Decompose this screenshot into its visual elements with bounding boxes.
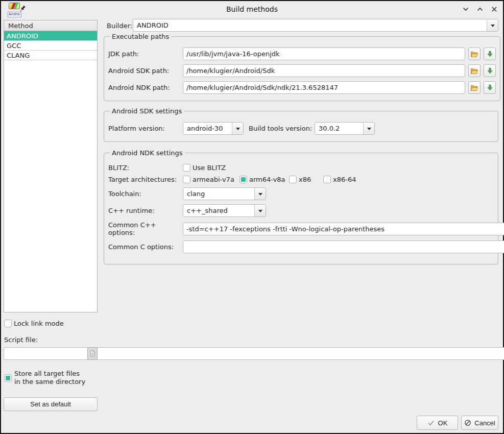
jdk-path-detect-button[interactable]: [484, 47, 496, 60]
toolchain-value: clang: [183, 190, 254, 198]
builder-value: ANDROID: [133, 21, 487, 29]
common-cpp-options-row: Common C++ options:: [108, 221, 494, 236]
toolchain-label: Toolchain:: [108, 190, 183, 198]
android-ndk-settings-group: Android NDK settings BLITZ: Use BLITZ Ta…: [104, 149, 498, 264]
android-ndk-path-detect-button[interactable]: [484, 81, 496, 94]
lock-link-mode-checkbox[interactable]: [4, 320, 12, 327]
window-controls: [461, 1, 499, 17]
lock-link-mode-label: Lock link mode: [14, 320, 64, 327]
jdk-path-input[interactable]: [183, 47, 465, 60]
platform-version-dropdown-button[interactable]: [232, 123, 243, 134]
platform-version-label: Platform version:: [108, 125, 183, 132]
method-list: Method ANDROID GCC CLANG: [4, 20, 98, 312]
use-blitz-option: Use BLITZ: [183, 164, 226, 172]
chevron-down-icon: [491, 25, 495, 29]
maximize-button[interactable]: [475, 5, 485, 14]
cpp-runtime-combobox[interactable]: c++_shared: [183, 204, 266, 217]
method-item-android[interactable]: ANDROID: [4, 31, 97, 41]
jdk-path-row: JDK path:: [108, 47, 496, 60]
platform-version-value: android-30: [183, 125, 232, 132]
chevron-down-icon: [367, 128, 371, 132]
builder-combobox[interactable]: ANDROID: [133, 19, 498, 32]
android-sdk-path-detect-button[interactable]: [484, 64, 496, 77]
method-item-gcc[interactable]: GCC: [4, 41, 97, 51]
store-target-files-checkbox[interactable]: [4, 374, 12, 382]
chevron-down-icon: [258, 193, 262, 198]
cancel-button-label: Cancel: [474, 419, 495, 427]
window-title: Build methods: [1, 1, 503, 17]
executable-paths-group: Executable paths JDK path: Android SDK p…: [104, 33, 500, 101]
store-target-files-row: Store all target files in the same direc…: [4, 370, 85, 386]
ok-button-label: OK: [438, 419, 448, 427]
build-methods-dialog: Androi Build methods: [0, 0, 504, 434]
android-sdk-path-label: Android SDK path:: [108, 67, 183, 75]
chevron-down-icon: [258, 210, 262, 214]
android-sdk-path-browse-button[interactable]: [468, 64, 481, 77]
cpp-runtime-dropdown-button[interactable]: [254, 205, 266, 216]
sdk-versions-row: Platform version: android-30 Build tools…: [108, 122, 494, 135]
close-button[interactable]: [490, 5, 499, 14]
chevron-down-icon: [236, 128, 240, 132]
store-target-files-label: Store all target files in the same direc…: [14, 370, 85, 386]
toolchain-dropdown-button[interactable]: [254, 188, 266, 200]
cpp-runtime-value: c++_shared: [183, 207, 254, 214]
build-tools-version-dropdown-button[interactable]: [363, 123, 374, 134]
jdk-path-label: JDK path:: [108, 50, 183, 58]
arch-armeabi-v7a-option: armeabi-v7a: [183, 176, 239, 183]
arch-x86-64-label: x86-64: [333, 176, 356, 183]
platform-version-combobox[interactable]: android-30: [183, 122, 244, 135]
android-sdk-path-row: Android SDK path:: [108, 64, 496, 77]
script-file-browse-button[interactable]: [87, 347, 98, 360]
arch-armeabi-v7a-label: armeabi-v7a: [193, 176, 234, 183]
method-item-clang[interactable]: CLANG: [4, 51, 97, 60]
folder-icon: [470, 51, 478, 58]
folder-icon: [470, 67, 478, 75]
android-ndk-path-input[interactable]: [183, 81, 465, 94]
ok-button[interactable]: OK: [417, 416, 458, 430]
builder-label: Builder:: [107, 22, 132, 30]
builder-dropdown-button[interactable]: [487, 19, 498, 31]
common-cpp-options-label: Common C++ options:: [108, 221, 183, 236]
jdk-path-browse-button[interactable]: [468, 47, 481, 60]
common-c-options-row: Common C options:: [108, 240, 494, 253]
common-c-options-input[interactable]: [183, 240, 504, 253]
arch-x86-option: x86: [289, 176, 323, 183]
document-icon: [89, 350, 96, 357]
build-tools-version-label: Build tools version:: [249, 125, 315, 132]
arch-arm64-v8a-option: arm64-v8a: [239, 176, 289, 183]
build-tools-version-value: 30.0.2: [315, 125, 363, 132]
android-ndk-settings-legend: Android NDK settings: [110, 149, 185, 157]
cpp-runtime-label: C++ runtime:: [108, 207, 183, 214]
common-cpp-options-input[interactable]: [183, 223, 504, 235]
arch-arm64-v8a-checkbox[interactable]: [239, 176, 247, 183]
cancel-button[interactable]: Cancel: [461, 416, 498, 430]
minimize-button[interactable]: [461, 5, 470, 14]
green-down-arrow-icon: [487, 67, 493, 75]
toolchain-row: Toolchain: clang: [108, 187, 494, 200]
android-sdk-settings-group: Android SDK settings Platform version: a…: [104, 107, 498, 142]
arch-armeabi-v7a-checkbox[interactable]: [183, 176, 190, 183]
arch-x86-label: x86: [299, 176, 311, 183]
target-architectures-label: Target architectures:: [108, 176, 183, 183]
target-architectures-row: Target architectures: armeabi-v7a arm64-…: [108, 176, 494, 183]
toolchain-combobox[interactable]: clang: [183, 187, 266, 200]
android-sdk-path-input[interactable]: [183, 64, 465, 77]
method-list-header: Method: [4, 20, 97, 31]
titlebar: Androi Build methods: [1, 1, 503, 17]
common-c-options-label: Common C options:: [108, 243, 183, 251]
folder-icon: [470, 84, 478, 91]
arch-x86-64-checkbox[interactable]: [323, 176, 331, 183]
use-blitz-label: Use BLITZ: [193, 164, 226, 172]
android-ndk-path-label: Android NDK path:: [108, 84, 183, 91]
lock-link-mode-row: Lock link mode: [4, 320, 64, 327]
build-tools-version-combobox[interactable]: 30.0.2: [315, 122, 375, 135]
script-file-input[interactable]: [4, 347, 504, 360]
set-as-default-button[interactable]: Set as default: [4, 397, 98, 411]
executable-paths-legend: Executable paths: [110, 33, 171, 40]
green-down-arrow-icon: [487, 50, 493, 58]
arch-x86-64-option: x86-64: [323, 176, 356, 183]
use-blitz-checkbox[interactable]: [183, 164, 190, 172]
arch-x86-checkbox[interactable]: [289, 176, 297, 183]
check-icon: [427, 420, 435, 426]
android-ndk-path-browse-button[interactable]: [468, 81, 481, 94]
